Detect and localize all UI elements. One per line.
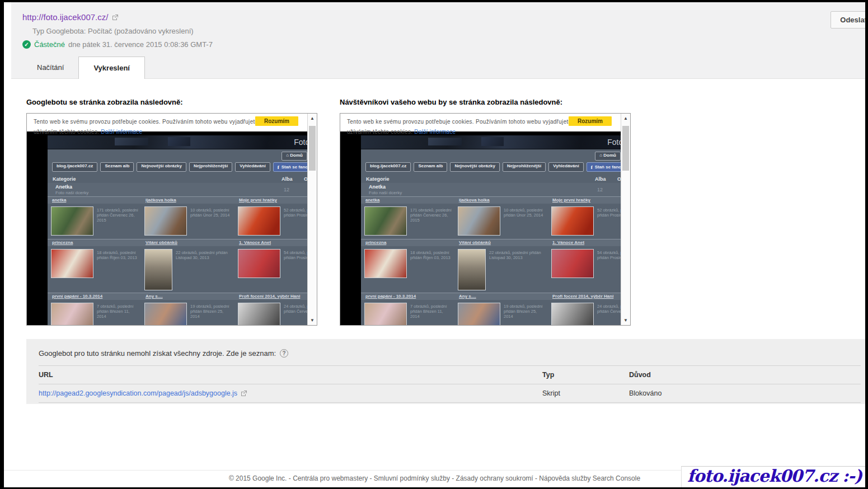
album-thumbnail xyxy=(144,206,187,236)
tab-nacitani[interactable]: Načítání xyxy=(22,57,78,78)
album-link: Any s.... xyxy=(141,293,234,300)
facebook-icon: f xyxy=(278,164,279,170)
site-nav-vyhledavani: Vyhledávání xyxy=(235,162,270,172)
scroll-down-icon[interactable]: ▼ xyxy=(308,318,317,323)
blocked-resources-box: Googlebot pro tuto stránku nemohl získat… xyxy=(26,339,865,404)
site-nav-bar: blog.ijacek007.cz Seznam alb Nejnovější … xyxy=(48,161,307,172)
help-icon[interactable]: ? xyxy=(280,349,288,358)
site-home-button: ⌂ Domů xyxy=(281,152,307,161)
status-check-icon: ✓ xyxy=(22,40,31,49)
scroll-up-icon[interactable]: ▲ xyxy=(308,116,317,121)
album-thumbnail xyxy=(458,206,500,236)
submit-button[interactable]: Odeslat xyxy=(831,11,868,29)
render-preview-image: Tento web ke svému provozu potřebuje coo… xyxy=(340,114,621,325)
render-preview-frame: Tento web ke svému provozu potřebuje coo… xyxy=(340,113,631,326)
album-thumbnail xyxy=(51,206,93,236)
site-title: Foto.Ijacek007.cz xyxy=(607,138,621,147)
cookie-notice-bar: Tento web ke svému provozu potřebuje coo… xyxy=(27,114,307,131)
album-link: Moje první hračky xyxy=(234,197,307,204)
album-cell: Any s.... 19 obrázků, poslední přidán Bř… xyxy=(141,293,234,325)
site-nav-blog: blog.ijacek007.cz xyxy=(52,162,97,172)
rendered-site: Foto.Ijacek007.cz ⌂ Domů blog.ijacek007.… xyxy=(27,131,307,325)
site-header-banner: Foto.Ijacek007.cz xyxy=(361,135,621,149)
album-thumbnail xyxy=(551,249,594,278)
album-link: Any s.... xyxy=(454,293,548,300)
render-preview-image: Tento web ke svému provozu potřebuje coo… xyxy=(27,114,307,325)
fetched-url-link[interactable]: http://foto.ijacek007.cz/ xyxy=(22,12,108,22)
preview-scrollbar[interactable]: ▲ ▼ xyxy=(307,114,317,325)
album-cell: Vítání občánků 22 obrázků, poslední přid… xyxy=(141,239,234,293)
album-thumbnail xyxy=(144,303,187,325)
album-thumbnail xyxy=(364,249,407,278)
album-link: Profi focení 2014, výběr Hani xyxy=(234,293,307,300)
album-link: Moje první hračky xyxy=(548,197,621,204)
album-thumbnail xyxy=(238,249,280,278)
album-link: anetka xyxy=(361,197,454,204)
album-cell: Profi focení 2014, výběr Hani 24 obrázků… xyxy=(548,293,621,325)
preview-columns: Googlebotu se stránka zobrazila následov… xyxy=(26,98,865,326)
album-cell: ijačkova holka 10 obrázků, poslední přid… xyxy=(141,196,234,239)
album-thumbnail xyxy=(551,206,594,236)
resource-reason-cell: Blokováno xyxy=(629,384,861,403)
album-thumbnail xyxy=(458,303,500,325)
scroll-up-icon[interactable]: ▲ xyxy=(621,116,630,121)
album-cell: princezna 18 obrázků, poslední přidán Ří… xyxy=(361,239,454,293)
scroll-down-icon[interactable]: ▼ xyxy=(621,318,630,323)
album-cell: ijačkova holka 10 obrázků, poslední přid… xyxy=(454,196,548,239)
footer-link-help[interactable]: Nápověda služby Search Console xyxy=(533,474,640,482)
album-link: první papání - 10.3.2014 xyxy=(361,293,454,300)
rendered-site: Foto.Ijacek007.cz ⌂ Domů blog.ijacek007.… xyxy=(340,131,621,325)
album-cell: 1. Vánoce Anet 54 obrázků, poslední přid… xyxy=(548,239,621,293)
column-header-duvod: Důvod xyxy=(629,366,861,384)
status-label: Částečné xyxy=(34,40,65,49)
cookie-accept-button: Rozumím xyxy=(569,116,612,126)
site-nav-seznam-alb: Seznam alb xyxy=(414,162,447,172)
visitor-preview-column: Návštěvníkovi vašeho webu by se stránka … xyxy=(340,98,631,326)
scrollbar-thumb[interactable] xyxy=(622,126,629,171)
blocked-resources-message: Googlebot pro tuto stránku nemohl získat… xyxy=(39,349,276,358)
album-cell: Moje první hračky 52 obrázků, poslední p… xyxy=(234,196,307,239)
scrollbar-thumb[interactable] xyxy=(309,126,316,171)
album-cell: 1. Vánoce Anet 54 obrázků, poslední přid… xyxy=(234,239,307,293)
cookie-notice-bar: Tento web ke svému provozu potřebuje coo… xyxy=(340,114,621,131)
googlebot-preview-column: Googlebotu se stránka zobrazila následov… xyxy=(26,98,317,326)
home-icon: ⌂ xyxy=(599,153,602,158)
blocked-resource-url-link[interactable]: http://pagead2.googlesyndication.com/pag… xyxy=(39,389,237,397)
album-cell: Any s.... 19 obrázků, poslední přidán Bř… xyxy=(454,293,548,325)
site-table-header: Kategorie Alba Obrázky xyxy=(48,175,307,183)
footer-link-terms[interactable]: Smluvní podmínky služby xyxy=(368,474,450,482)
album-cell: princezna 18 obrázků, poslední přidán Ří… xyxy=(48,239,141,293)
watermark-text: foto.ijacek007.cz :-) xyxy=(681,466,865,487)
external-link-icon xyxy=(241,390,247,397)
album-thumbnail xyxy=(51,303,93,325)
album-link: Profi focení 2014, výběr Hani xyxy=(548,293,621,300)
render-preview-frame: Tento web ke svému provozu potřebuje coo… xyxy=(26,113,317,326)
site-category-row: Anetka Foto naší dcerky 12 xyxy=(361,183,621,196)
footer-link-privacy[interactable]: Zásady ochrany soukromí xyxy=(450,474,533,482)
home-icon: ⌂ xyxy=(286,153,289,158)
album-thumbnail xyxy=(238,206,280,236)
site-header-banner: Foto.Ijacek007.cz xyxy=(48,135,307,149)
status-timestamp: dne pátek 31. července 2015 0:08:36 GMT-… xyxy=(68,40,213,49)
site-nav-nejprohlizenejsi: Nejprohlíženější xyxy=(189,162,232,172)
site-category-row: Anetka Foto naší dcerky 12 xyxy=(48,183,307,196)
album-thumbnail xyxy=(364,303,407,325)
site-nav-nejprohlizenejsi: Nejprohlíženější xyxy=(503,162,546,172)
site-facebook-button: fStaň se fanouškem na facebooku. xyxy=(587,162,621,172)
footer-link-webmasters[interactable]: Centrála pro webmastery xyxy=(287,474,368,482)
site-nav-bar: blog.ijacek007.cz Seznam alb Nejnovější … xyxy=(361,161,621,172)
album-link: princezna xyxy=(361,239,454,246)
facebook-icon: f xyxy=(591,164,593,170)
album-cell: Vítání občánků 22 obrázků, poslední přid… xyxy=(454,239,548,293)
tab-vykresleni[interactable]: Vykreslení xyxy=(78,57,145,79)
album-thumbnail xyxy=(364,206,407,236)
album-link: anetka xyxy=(48,197,141,204)
album-thumbnail xyxy=(551,303,594,325)
album-link: princezna xyxy=(48,239,141,246)
preview-scrollbar[interactable]: ▲ ▼ xyxy=(621,114,630,325)
album-link: 1. Vánoce Anet xyxy=(234,239,307,246)
album-cell: první papání - 10.3.2014 7 obrázků, posl… xyxy=(48,293,141,325)
album-grid: anetka 171 obrázků, poslední přidán Červ… xyxy=(48,196,307,325)
site-nav-blog: blog.ijacek007.cz xyxy=(365,162,411,172)
album-thumbnail xyxy=(51,249,93,278)
